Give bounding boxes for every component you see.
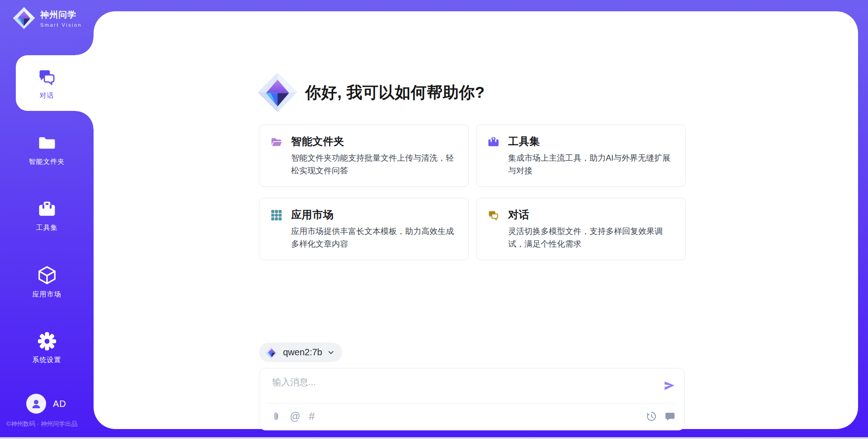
sidebar-item-label: 应用市场 (33, 290, 61, 299)
chevron-down-icon (327, 348, 335, 357)
brand-subtitle: Smart Vision (40, 22, 82, 28)
user-account[interactable]: AD (26, 394, 66, 414)
avatar (26, 394, 46, 414)
greeting: 你好, 我可以如何帮助你? (257, 72, 485, 113)
sidebar-item-app-market[interactable]: 应用市场 (0, 253, 94, 310)
mention-button[interactable]: @ (290, 411, 300, 422)
card-chat[interactable]: 对话 灵活切换多模型文件，支持多样回复效果调试，满足个性化需求 (476, 198, 686, 260)
card-description: 集成市场上主流工具，助力AI与外界无缝扩展与对接 (508, 152, 678, 177)
topic-button[interactable]: # (309, 411, 315, 422)
paperclip-icon (271, 411, 281, 422)
send-icon (663, 380, 675, 392)
sidebar-item-label: 对话 (40, 91, 54, 100)
feature-cards: 智能文件夹 智能文件夹功能支持批量文件上传与清洗，轻松实现文件问答 工具集 集成… (259, 124, 686, 260)
card-title: 对话 (508, 208, 678, 222)
active-pill-fillet-top (75, 37, 94, 55)
card-toolset[interactable]: 工具集 集成市场上主流工具，助力AI与外界无缝扩展与对接 (476, 124, 686, 187)
cube-icon (37, 265, 57, 286)
card-title: 工具集 (508, 134, 678, 148)
chat-bubble-icon (665, 411, 675, 422)
copyright-footer: ©神州数码 · 神州问学出品 (6, 420, 77, 428)
history-icon (646, 411, 657, 422)
model-logo-icon (265, 346, 278, 359)
model-name: qwen2:7b (283, 347, 322, 358)
briefcase-icon (37, 199, 57, 219)
card-description: 应用市场提供丰富长文本模板，助力高效生成多样化文章内容 (291, 225, 461, 251)
folder-icon (37, 133, 57, 153)
app-background: 神州问学 Smart Vision 对话 智能文件夹 工具集 (0, 0, 868, 437)
card-description: 灵活切换多模型文件，支持多样回复效果调试，满足个性化需求 (508, 225, 678, 251)
content-column: 你好, 我可以如何帮助你? 智能文件夹 智能文件夹功能支持批量文件上传与清洗，轻… (259, 11, 686, 439)
card-app-market[interactable]: 应用市场 应用市场提供丰富长文本模板，助力高效生成多样化文章内容 (259, 198, 469, 260)
model-selector[interactable]: qwen2:7b (259, 343, 342, 362)
brand: 神州问学 Smart Vision (13, 7, 82, 29)
sidebar-item-settings[interactable]: 系统设置 (0, 320, 94, 376)
sidebar-item-label: 工具集 (36, 224, 58, 232)
history-button[interactable] (646, 411, 657, 422)
card-smart-folder[interactable]: 智能文件夹 智能文件夹功能支持批量文件上传与清洗，轻松实现文件问答 (259, 124, 469, 187)
sidebar-item-chat[interactable]: 对话 (0, 55, 94, 111)
sidebar-item-smart-folder[interactable]: 智能文件夹 (0, 121, 94, 177)
chat-icon (37, 67, 57, 87)
folder-open-icon (270, 136, 291, 177)
brand-logo-icon (13, 7, 35, 29)
grid-icon (270, 209, 291, 251)
brand-name: 神州问学 (40, 9, 82, 21)
card-title: 应用市场 (291, 208, 461, 222)
sidebar-item-toolset[interactable]: 工具集 (0, 187, 94, 243)
chat-icon (487, 209, 508, 251)
person-icon (30, 397, 42, 410)
at-icon: @ (290, 411, 300, 422)
new-chat-button[interactable] (665, 411, 675, 422)
hash-icon: # (309, 411, 315, 422)
gear-icon (37, 331, 57, 351)
send-button[interactable] (663, 380, 675, 394)
greeting-logo-icon (257, 72, 298, 113)
user-initials: AD (53, 399, 66, 409)
attach-file-button[interactable] (271, 411, 281, 422)
card-title: 智能文件夹 (291, 134, 461, 148)
greeting-text: 你好, 我可以如何帮助你? (305, 82, 485, 103)
message-composer: 输入消息... @ (259, 368, 685, 430)
viewport-edge (0, 437, 868, 439)
sidebar-item-label: 系统设置 (33, 356, 61, 364)
card-description: 智能文件夹功能支持批量文件上传与清洗，轻松实现文件问答 (291, 152, 461, 177)
sidebar-item-label: 智能文件夹 (29, 157, 65, 166)
briefcase-icon (487, 136, 508, 177)
message-input[interactable]: 输入消息... (272, 376, 625, 400)
